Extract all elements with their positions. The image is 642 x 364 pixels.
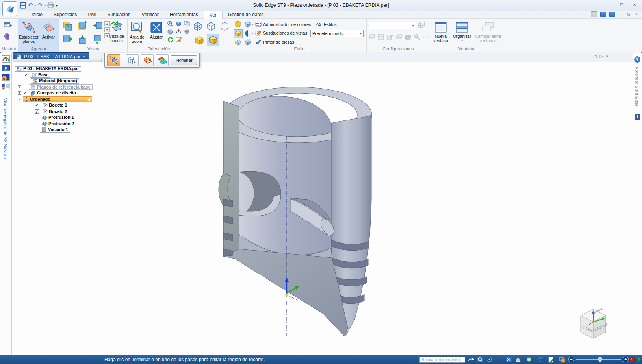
config-edit-icon[interactable]: [387, 34, 393, 40]
status-fit-icon[interactable]: [505, 357, 512, 363]
refresh-view-icon[interactable]: [167, 36, 174, 43]
save-configuration-icon[interactable]: [418, 21, 426, 29]
doc-restore-button[interactable]: ⧉: [626, 12, 631, 17]
boceto1-checkbox[interactable]: ✓: [35, 103, 39, 107]
config-copy-icon[interactable]: [396, 34, 403, 40]
planos-checkbox[interactable]: [23, 85, 27, 89]
tab-scroll-left-button[interactable]: ◁: [594, 54, 597, 58]
tab-simulacion[interactable]: Simulación: [102, 11, 136, 19]
section-style-icon[interactable]: [244, 30, 251, 37]
command-search-input[interactable]: [419, 357, 465, 363]
upload-arrow-button[interactable]: [635, 357, 642, 363]
wireframe-full-cube-icon[interactable]: [193, 21, 203, 31]
search-go-icon[interactable]: [468, 357, 475, 363]
render-style-icon[interactable]: [244, 39, 251, 46]
finish-button[interactable]: Terminar: [171, 55, 197, 65]
shaded-style-icon[interactable]: [235, 30, 242, 37]
shaded-cube-icon[interactable]: [194, 35, 204, 46]
status-windows-icon[interactable]: [559, 357, 565, 363]
shaded-edges-cube-icon[interactable]: [208, 35, 218, 45]
transparent-style-icon[interactable]: [235, 39, 242, 46]
tab-ver[interactable]: Ver: [204, 11, 223, 19]
contour-plot-icon[interactable]: [2, 74, 10, 81]
zoom-in-button[interactable]: +: [623, 357, 629, 362]
model-viewport[interactable]: PLANTA ALZADO DERECHA P 03 - EBAKETA ERD…: [12, 62, 633, 355]
config-apply-icon[interactable]: [369, 34, 375, 40]
undo-button[interactable]: ↶: [28, 2, 33, 9]
facebook-icon[interactable]: f: [635, 114, 640, 120]
status-rotate-icon[interactable]: [525, 357, 532, 363]
qat-customize-icon[interactable]: ▾: [56, 3, 58, 7]
clip-region-step-button[interactable]: [107, 54, 120, 66]
record-button[interactable]: [629, 357, 635, 363]
nastran-log-viewer-tab[interactable]: Visor de registro de NX Nastran: [3, 98, 8, 159]
status-area-zoom-icon[interactable]: [477, 357, 483, 363]
part-3d-model[interactable]: [215, 81, 380, 344]
establecer-planos-button[interactable]: Establecer planos: [19, 20, 39, 44]
document-tab-close-icon[interactable]: ×: [83, 54, 85, 59]
ribbon-display-icon[interactable]: [600, 12, 606, 17]
activar-button[interactable]: Activar: [39, 20, 58, 39]
sphere-view-icon[interactable]: [184, 28, 190, 35]
cuerpos-expand-button[interactable]: +: [18, 91, 21, 95]
tab-list-close-button[interactable]: ×: [606, 54, 608, 58]
learn-help-icon[interactable]: ?: [634, 56, 640, 63]
tab-scroll-right-button[interactable]: ▷: [599, 54, 603, 58]
side-step-button[interactable]: [141, 54, 154, 66]
print-icon[interactable]: [47, 2, 54, 8]
view-copy-icon[interactable]: [63, 21, 73, 31]
view-left-icon[interactable]: [63, 35, 74, 44]
player-icon[interactable]: [2, 65, 10, 71]
app-menu-button[interactable]: [2, 1, 17, 16]
tab-inicio[interactable]: Inicio: [26, 11, 48, 19]
boceto2-checkbox[interactable]: ✓: [35, 109, 39, 114]
tab-verificar[interactable]: Verificar: [136, 11, 164, 19]
status-sheet-icon[interactable]: [547, 357, 554, 363]
wireframe-visible-cube-icon[interactable]: [206, 21, 216, 31]
tree-row-boceto1[interactable]: ✓ Boceto 1: [13, 102, 111, 109]
sketch-edit-icon[interactable]: [175, 36, 182, 43]
ribbon-options-icon[interactable]: [609, 12, 615, 17]
gauge-icon[interactable]: [2, 55, 10, 63]
edit-style-dropdown-icon[interactable]: ▾: [252, 22, 254, 26]
tree-row-cuerpos[interactable]: + ✓ Cuerpos de diseño: [13, 90, 111, 96]
status-zoom-icon[interactable]: [486, 357, 493, 363]
config-select-box-icon[interactable]: [423, 34, 430, 40]
pages-icon[interactable]: [184, 20, 190, 27]
organizar-button[interactable]: Organizar ▾: [451, 20, 473, 42]
save-icon[interactable]: [20, 2, 26, 9]
status-pan-icon[interactable]: [514, 357, 521, 363]
view-bottom-icon[interactable]: [93, 35, 102, 45]
ajustar-button[interactable]: Ajustar: [147, 20, 165, 39]
sustituciones-button[interactable]: Sustituciones de vistas: [255, 30, 307, 36]
nueva-ventana-button[interactable]: Nueva ventana: [431, 20, 451, 43]
view-side-icon[interactable]: [92, 21, 103, 31]
wireframe-outline-cube-icon[interactable]: [219, 21, 230, 31]
planos-expand-button[interactable]: +: [18, 85, 21, 89]
rotate-cube-icon[interactable]: [175, 20, 182, 27]
tree-row-ordenado[interactable]: − Ordenado ◀: [13, 96, 111, 103]
section-style-dropdown-icon[interactable]: ▾: [252, 31, 254, 35]
learn-solid-edge-tab[interactable]: Aprender Solid Edge: [635, 67, 639, 107]
ordenado-bar[interactable]: Ordenado ◀: [23, 96, 92, 102]
view-cube[interactable]: PLANTA ALZADO DERECHA: [574, 305, 612, 343]
status-spin-icon[interactable]: [536, 357, 543, 363]
tree-row-planos[interactable]: + Planos de referencia base: [13, 84, 111, 91]
tree-row-protrusion2[interactable]: Protrusión 2: [13, 121, 111, 127]
pan-icon[interactable]: [167, 28, 174, 35]
spin-icon[interactable]: [175, 28, 182, 35]
area-zoom-button[interactable]: Área de zoom: [128, 20, 147, 44]
undo-dropdown-icon[interactable]: ▾: [35, 4, 36, 7]
view-new-icon[interactable]: [77, 20, 88, 31]
zoom-icon[interactable]: [167, 20, 174, 27]
redo-button[interactable]: ↷: [38, 2, 43, 9]
extent-step-button[interactable]: [156, 54, 169, 66]
tree-row-base[interactable]: ✓ Base: [13, 72, 111, 78]
admin-colores-button[interactable]: Administrador de colores: [255, 22, 311, 27]
base-checkbox[interactable]: ✓: [24, 73, 28, 77]
maximize-button[interactable]: □: [618, 2, 625, 7]
face-style-icon[interactable]: [235, 21, 241, 28]
draw-profile-step-button[interactable]: [126, 54, 139, 66]
ordenado-collapse-button[interactable]: −: [18, 98, 21, 101]
cuerpos-checkbox[interactable]: ✓: [23, 91, 27, 95]
